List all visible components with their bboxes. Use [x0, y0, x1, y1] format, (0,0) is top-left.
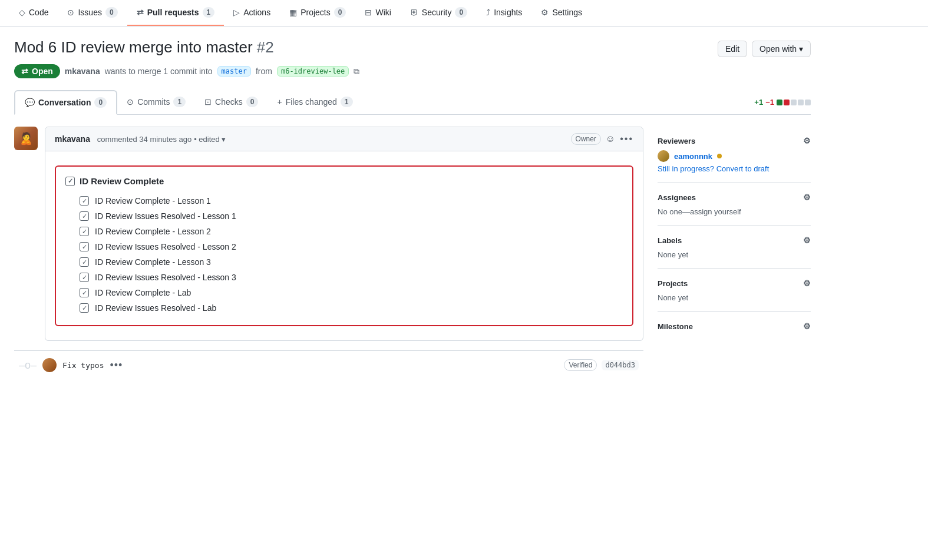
diff-block-red [784, 100, 790, 105]
copy-icon[interactable]: ⧉ [354, 67, 359, 77]
open-with-button[interactable]: Open with ▾ [752, 41, 811, 57]
reviewers-label: Reviewers [658, 137, 695, 145]
pr-description: wants to merge 1 commit into [105, 67, 213, 76]
list-item-3: ✓ ID Review Complete - Lesson 2 [65, 224, 623, 239]
checklist-header-text: ID Review Complete [80, 176, 164, 186]
labels-gear-icon[interactable]: ⚙ [803, 236, 811, 245]
checklist-content: ✓ ID Review Complete ✓ ID Review Complet… [45, 151, 643, 340]
top-nav: ◇ Code ⊙ Issues 0 ⇄ Pull requests 1 ▷ Ac… [0, 0, 928, 26]
list-item-6: ✓ ID Review Issues Resolved - Lesson 3 [65, 270, 623, 285]
diff-block-green [777, 100, 782, 105]
tab-commits[interactable]: ⊙ Commits 1 [117, 91, 195, 114]
more-options-button[interactable]: ••• [620, 134, 633, 144]
checklist-highlighted: ✓ ID Review Complete ✓ ID Review Complet… [55, 165, 633, 326]
comment-time: commented 34 minutes ago [97, 135, 191, 144]
tab-checks-label: Checks [215, 97, 243, 107]
nav-pull-requests[interactable]: ⇄ Pull requests 1 [127, 0, 224, 26]
nav-wiki[interactable]: ⊟ Wiki [355, 1, 400, 25]
wiki-icon: ⊟ [365, 8, 372, 17]
checklist-item-text-3: ID Review Complete - Lesson 2 [95, 227, 211, 236]
commit-actions-right: Verified d044bd3 [564, 359, 639, 371]
owner-badge: Owner [571, 133, 601, 145]
actions-icon: ▷ [233, 8, 240, 17]
verified-badge: Verified [564, 359, 597, 371]
edit-button[interactable]: Edit [718, 41, 747, 57]
checklist-item-text-6: ID Review Issues Resolved - Lesson 3 [95, 273, 236, 282]
checkbox-6[interactable]: ✓ [80, 273, 89, 282]
conversation-icon: 💬 [25, 98, 35, 107]
edited-dropdown-icon[interactable]: ▾ [222, 135, 226, 144]
nav-security[interactable]: ⛨ Security 0 [401, 0, 477, 26]
nav-pr-label: Pull requests [147, 8, 199, 17]
milestone-gear-icon[interactable]: ⚙ [803, 322, 811, 331]
convert-to-draft[interactable]: Still in progress? Convert to draft [658, 164, 811, 173]
commit-author-avatar [42, 358, 57, 372]
header-checkbox[interactable]: ✓ [65, 177, 75, 186]
tab-conversation[interactable]: 💬 Conversation 0 [14, 90, 117, 115]
assignees-gear-icon[interactable]: ⚙ [803, 193, 811, 202]
pr-status-text: Open [32, 67, 53, 76]
pr-status-row: ⇄ Open mkavana wants to merge 1 commit i… [14, 64, 811, 78]
pr-status-icon: ⇄ [21, 67, 28, 76]
tab-commits-label: Commits [137, 97, 170, 107]
base-branch-badge[interactable]: master [217, 66, 251, 77]
comment-container: 🙎 mkavana commented 34 minutes ago • edi… [14, 127, 643, 341]
checklist-item-text-1: ID Review Complete - Lesson 1 [95, 196, 211, 206]
nav-insights[interactable]: ⤴ Insights [477, 1, 531, 25]
nav-settings[interactable]: ⚙ Settings [531, 1, 592, 25]
commit-more-button[interactable]: ••• [110, 359, 123, 372]
checklist-item-text-5: ID Review Complete - Lesson 3 [95, 257, 211, 267]
diff-block-gray-2 [798, 100, 804, 105]
commit-hash[interactable]: d044bd3 [602, 360, 639, 370]
sidebar-projects-header: Projects ⚙ [658, 279, 811, 288]
sidebar-labels-section: Labels ⚙ None yet [658, 226, 811, 269]
insights-icon: ⤴ [486, 8, 490, 17]
reviewer-row: eamonnnk [658, 150, 811, 162]
commit-message: Fix typos [62, 361, 104, 370]
nav-security-label: Security [422, 8, 452, 17]
nav-code-label: Code [29, 8, 48, 17]
labels-label: Labels [658, 236, 682, 245]
checkbox-8[interactable]: ✓ [80, 303, 89, 313]
tab-files-changed[interactable]: + Files changed 1 [267, 91, 362, 114]
nav-issues[interactable]: ⊙ Issues 0 [58, 0, 127, 26]
milestone-label: Milestone [658, 322, 693, 331]
pr-title-actions: Edit Open with ▾ [718, 41, 811, 57]
emoji-button[interactable]: ☺ [606, 134, 615, 144]
comment-actions: Owner ☺ ••• [571, 133, 634, 145]
projects-value: None yet [658, 293, 688, 302]
files-badge: 1 [341, 97, 353, 107]
tab-checks[interactable]: ⊡ Checks 0 [195, 91, 267, 114]
checkbox-1[interactable]: ✓ [80, 196, 89, 206]
pr-title-row: Mod 6 ID review merge into master #2 Edi… [14, 38, 811, 57]
diff-block-gray-3 [805, 100, 811, 105]
diff-add: +1 [754, 98, 763, 107]
main-layout: 🙎 mkavana commented 34 minutes ago • edi… [14, 127, 811, 379]
pr-author: mkavana [65, 67, 100, 76]
checkbox-2[interactable]: ✓ [80, 211, 89, 221]
nav-actions[interactable]: ▷ Actions [224, 1, 280, 25]
sidebar-labels-header: Labels ⚙ [658, 236, 811, 245]
nav-settings-label: Settings [552, 8, 582, 17]
nav-code[interactable]: ◇ Code [9, 1, 58, 25]
sidebar-milestone-header: Milestone ⚙ [658, 322, 811, 331]
sidebar-projects-section: Projects ⚙ None yet [658, 269, 811, 312]
checkbox-4[interactable]: ✓ [80, 242, 89, 251]
nav-wiki-label: Wiki [375, 8, 391, 17]
reviewers-gear-icon[interactable]: ⚙ [803, 136, 811, 145]
pr-icon: ⇄ [137, 8, 144, 17]
nav-projects[interactable]: ▦ Projects 0 [280, 0, 355, 26]
tab-conversation-label: Conversation [38, 98, 91, 107]
head-branch-badge[interactable]: m6-idreview-lee [277, 66, 349, 77]
sidebar-reviewers-section: Reviewers ⚙ eamonnnk Still in progress? … [658, 127, 811, 183]
checkbox-3[interactable]: ✓ [80, 227, 89, 236]
checks-icon: ⊡ [204, 97, 212, 107]
checkbox-5[interactable]: ✓ [80, 257, 89, 267]
checkbox-7[interactable]: ✓ [80, 288, 89, 297]
pr-status-badge: ⇄ Open [14, 64, 60, 78]
comment-box: mkavana commented 34 minutes ago • edite… [45, 127, 643, 341]
pr-tabs: 💬 Conversation 0 ⊙ Commits 1 ⊡ Checks 0 … [14, 90, 811, 115]
list-item-7: ✓ ID Review Complete - Lab [65, 285, 623, 300]
projects-gear-icon[interactable]: ⚙ [803, 279, 811, 288]
reviewer-status-dot [717, 154, 722, 158]
